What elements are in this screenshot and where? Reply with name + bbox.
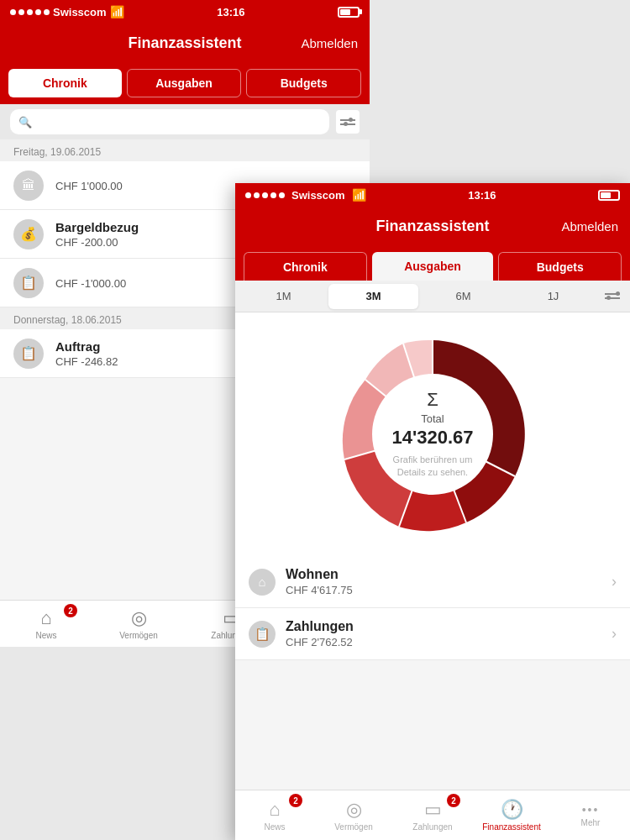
chart-container: Σ Total 14'320.67 Grafik berühren umDeta… [235,312,630,556]
front-home-icon: ⌂ [269,799,280,821]
filter-line-1 [340,119,355,121]
donut-center: Σ Total 14'320.67 Grafik berühren umDeta… [392,389,474,480]
logout-btn-front[interactable]: Abmelden [561,219,618,234]
period-filter-btn[interactable] [598,284,627,309]
battery-front [598,190,620,201]
date-header-1: Freitag, 19.06.2015 [0,139,370,161]
logout-btn-back[interactable]: Abmelden [301,36,358,50]
zahlungen-icon: 📋 [249,621,276,648]
time-back: 13:16 [217,6,244,18]
donut-sigma: Σ [392,389,474,411]
time-front: 13:16 [468,189,496,202]
zahlungen-text: Zahlungen CHF 2'762.52 [286,619,601,648]
bottom-tabs-front: ⌂ News 2 ◎ Vermögen ▭ Zahlungen 2 🕐 Fina… [235,790,630,840]
item4-icon: 📋 [13,339,44,369]
cat-item-wohnen[interactable]: ⌂ Wohnen CHF 4'617.75 › [235,556,630,608]
pf-line1 [605,293,620,295]
period-tabs: 1M 3M 6M 1J [235,281,630,312]
vermoegen-icon: ◎ [131,607,147,629]
period-1m[interactable]: 1M [239,284,328,309]
zahlungen-chevron: › [612,625,617,643]
status-bar-back: Swisscom 📶 13:16 [0,0,370,24]
home-icon: ⌂ [40,607,51,629]
wifi-icon-back: 📶 [110,5,124,18]
period-6m[interactable]: 6M [418,284,508,309]
donut-value: 14'320.67 [392,427,474,449]
tab-chronik-back[interactable]: Chronik [8,69,122,97]
wohnen-title: Wohnen [286,567,601,582]
tab-ausgaben-back[interactable]: Ausgaben [127,69,242,97]
pf-line2 [605,297,620,299]
front-zahlungen-badge: 2 [447,794,460,807]
tab-ausgaben-front[interactable]: Ausgaben [372,252,494,281]
front-tab-mehr[interactable]: ••• Mehr [551,790,630,840]
front-tab-vermoegen[interactable]: ◎ Vermögen [314,790,393,840]
front-tab-news[interactable]: ⌂ News 2 [235,790,314,840]
battery-back [338,7,360,18]
wifi-icon-front: 📶 [352,188,366,202]
search-bar: 🔍 [0,104,370,139]
tab-budgets-front[interactable]: Budgets [498,252,622,281]
wohnen-icon: ⌂ [249,569,276,596]
wohnen-chevron: › [612,573,617,591]
front-window: Swisscom 📶 13:16 Finanzassistent Abmelde… [235,183,630,840]
category-list: ⌂ Wohnen CHF 4'617.75 › 📋 Zahlungen CHF … [235,556,630,660]
item2-icon: 💰 [13,219,44,249]
carrier-back: Swisscom [53,6,107,18]
zahlungen-amount: CHF 2'762.52 [286,636,601,648]
search-input-wrap[interactable]: 🔍 [10,109,329,134]
bottom-tab-news[interactable]: ⌂ News 2 [0,601,92,647]
wohnen-amount: CHF 4'617.75 [286,584,601,596]
header-front: Finanzassistent Abmelden [235,207,630,245]
wohnen-text: Wohnen CHF 4'617.75 [286,567,601,596]
mehr-dots-icon: ••• [582,803,600,816]
tabs-bar-back: Chronik Ausgaben Budgets [0,62,370,104]
tab-budgets-back[interactable]: Budgets [246,69,361,97]
donut-hint: Grafik berühren umDetails zu sehen. [392,454,474,480]
front-news-badge: 2 [289,794,302,807]
period-3m[interactable]: 3M [328,284,418,309]
item3-icon: 📋 [13,268,44,298]
front-zahlungen-icon: ▭ [424,799,442,821]
cat-item-zahlungen[interactable]: 📋 Zahlungen CHF 2'762.52 › [235,608,630,660]
front-finanz-icon: 🕐 [501,799,523,821]
tab-chronik-front[interactable]: Chronik [244,252,367,281]
donut-chart[interactable]: Σ Total 14'320.67 Grafik berühren umDeta… [323,325,542,543]
front-vermoegen-icon: ◎ [346,799,362,821]
search-icon: 🔍 [18,116,32,129]
filter-btn[interactable] [336,110,360,134]
status-bar-front: Swisscom 📶 13:16 [235,183,630,207]
bottom-tab-vermoegen[interactable]: ◎ Vermögen [92,601,185,647]
front-tab-zahlungen[interactable]: ▭ Zahlungen 2 [393,790,472,840]
carrier-front: Swisscom [291,189,345,202]
front-tab-finanz[interactable]: 🕐 Finanzassistent [472,790,551,840]
filter-line-2 [340,123,355,125]
donut-label: Total [392,412,474,425]
period-1j[interactable]: 1J [508,284,598,309]
header-back: Finanzassistent Abmelden [0,24,370,62]
zahlungen-title: Zahlungen [286,619,601,634]
tabs-bar-front: Chronik Ausgaben Budgets [235,245,630,281]
news-badge: 2 [64,604,77,617]
item1-icon: 🏛 [13,171,44,201]
app-title-front: Finanzassistent [375,218,489,235]
app-title-back: Finanzassistent [128,34,241,52]
